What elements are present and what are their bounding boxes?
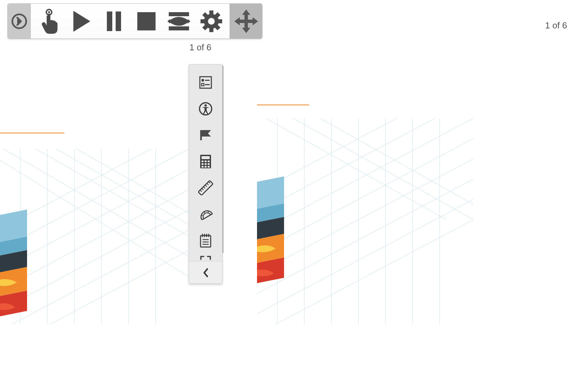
- recorder-toolbar: [7, 3, 262, 39]
- svg-line-42: [205, 185, 207, 187]
- earth-layers-illustration-left: [0, 149, 189, 324]
- svg-line-87: [257, 118, 473, 220]
- move-toolbar-button[interactable]: [230, 4, 262, 39]
- earth-layers-illustration-right: [257, 118, 473, 324]
- svg-line-60: [0, 210, 189, 318]
- svg-line-58: [0, 169, 189, 277]
- svg-line-82: [257, 139, 473, 260]
- svg-line-59: [0, 189, 189, 297]
- svg-rect-48: [201, 236, 211, 247]
- gear-icon: [200, 10, 223, 32]
- svg-rect-21: [202, 79, 204, 81]
- recorder-tools: [31, 4, 230, 39]
- svg-point-7: [176, 19, 182, 24]
- stop-button[interactable]: [130, 4, 163, 39]
- svg-line-84: [257, 179, 473, 301]
- eye-scan-icon: [167, 11, 191, 31]
- fullscreen-corners-icon: [200, 254, 212, 261]
- svg-line-44: [208, 182, 210, 183]
- svg-line-65: [41, 149, 189, 237]
- accessibility-icon: [198, 102, 213, 116]
- svg-rect-2: [107, 11, 112, 31]
- divider-left: [0, 132, 64, 133]
- svg-point-26: [205, 104, 207, 107]
- svg-rect-24: [205, 84, 210, 85]
- svg-line-83: [257, 159, 473, 280]
- page-counter-left: 1 of 6: [189, 42, 211, 53]
- svg-rect-31: [208, 161, 210, 162]
- svg-line-61: [0, 230, 189, 324]
- settings-button[interactable]: [195, 4, 228, 39]
- svg-line-41: [204, 187, 205, 188]
- flag-icon: [199, 129, 212, 141]
- svg-rect-5: [169, 12, 189, 16]
- play-icon: [71, 10, 92, 32]
- pause-icon: [106, 11, 122, 32]
- chevron-right-icon: [11, 14, 27, 29]
- svg-line-64: [20, 149, 189, 237]
- svg-line-89: [257, 118, 446, 220]
- svg-rect-33: [205, 163, 207, 165]
- review-button[interactable]: [163, 4, 195, 39]
- play-button[interactable]: [65, 4, 98, 39]
- protractor-button[interactable]: [189, 201, 222, 227]
- svg-line-56: [0, 149, 189, 237]
- svg-line-39: [200, 190, 202, 192]
- calculator-icon: [200, 154, 211, 169]
- svg-rect-23: [202, 83, 204, 86]
- move-arrows-icon: [233, 8, 259, 34]
- svg-rect-22: [205, 80, 210, 81]
- touch-icon: [39, 8, 59, 34]
- svg-line-67: [0, 149, 189, 277]
- divider-right: [257, 104, 309, 105]
- svg-rect-35: [202, 166, 204, 168]
- svg-point-17: [208, 18, 215, 25]
- svg-rect-38: [198, 180, 213, 195]
- svg-rect-28: [202, 156, 210, 159]
- svg-line-66: [0, 149, 189, 257]
- protractor-icon: [198, 209, 213, 220]
- svg-line-63: [0, 149, 189, 237]
- accessibility-button[interactable]: [189, 96, 222, 122]
- svg-rect-3: [116, 11, 121, 31]
- svg-point-1: [48, 11, 50, 13]
- svg-line-81: [257, 118, 473, 240]
- collapse-button[interactable]: [189, 261, 222, 284]
- ruler-icon: [198, 180, 213, 195]
- pause-button[interactable]: [98, 4, 130, 39]
- touch-button[interactable]: [33, 4, 65, 39]
- svg-rect-32: [202, 163, 204, 165]
- svg-line-40: [202, 188, 204, 190]
- bookmark-button[interactable]: [189, 122, 222, 148]
- notepad-icon: [200, 234, 212, 248]
- fullscreen-button[interactable]: [189, 254, 222, 261]
- svg-rect-19: [239, 20, 253, 23]
- list-panel-icon: [199, 76, 212, 89]
- svg-rect-20: [200, 77, 211, 88]
- svg-rect-4: [137, 12, 156, 30]
- references-button[interactable]: [189, 69, 222, 96]
- notepad-button[interactable]: [189, 227, 222, 254]
- stop-icon: [137, 11, 156, 31]
- svg-line-57: [0, 149, 189, 257]
- page-counter-right: 1 of 6: [545, 20, 567, 31]
- calculator-button[interactable]: [189, 148, 222, 175]
- svg-line-45: [204, 212, 205, 213]
- svg-rect-6: [169, 26, 189, 30]
- expand-recorder-button[interactable]: [8, 4, 31, 39]
- svg-rect-36: [205, 166, 207, 168]
- svg-line-86: [257, 220, 473, 324]
- svg-rect-34: [208, 163, 210, 165]
- chevron-left-icon: [203, 268, 209, 277]
- svg-rect-29: [202, 161, 204, 162]
- svg-line-62: [0, 250, 189, 324]
- svg-line-80: [257, 118, 473, 220]
- svg-line-43: [207, 183, 209, 185]
- tools-sidebar: [189, 64, 223, 284]
- ruler-button[interactable]: [189, 175, 222, 201]
- svg-rect-30: [205, 161, 207, 162]
- svg-rect-37: [208, 166, 210, 168]
- svg-line-85: [257, 199, 473, 321]
